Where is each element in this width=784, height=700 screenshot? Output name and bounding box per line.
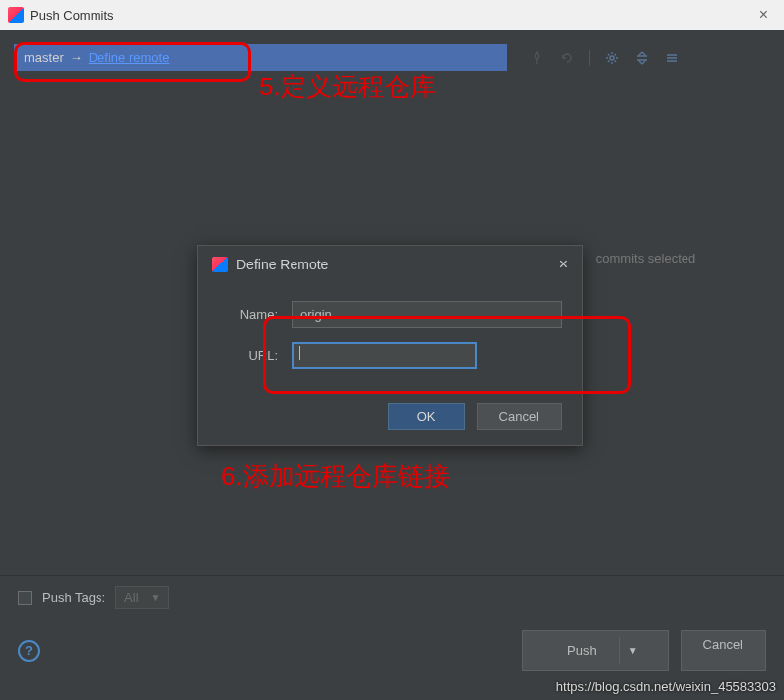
gear-icon[interactable] xyxy=(604,50,620,66)
push-tags-checkbox[interactable] xyxy=(18,591,32,605)
push-tags-value: All xyxy=(124,590,138,605)
collapse-icon[interactable] xyxy=(664,50,680,66)
toolbar-separator xyxy=(589,50,590,66)
close-icon[interactable]: × xyxy=(751,6,776,24)
empty-state-text: commits selected xyxy=(596,251,695,265)
expand-icon[interactable] xyxy=(634,50,650,66)
push-button[interactable]: Push ▼ xyxy=(522,630,669,671)
help-button[interactable]: ? xyxy=(18,640,40,662)
title-bar: Push Commits × xyxy=(0,0,784,30)
app-icon xyxy=(8,7,24,23)
dialog-title: Define Remote xyxy=(236,257,328,272)
dialog-cancel-button[interactable]: Cancel xyxy=(477,403,562,430)
define-remote-dialog: Define Remote × Name: URL: OK Cancel xyxy=(197,245,583,446)
chevron-down-icon: ▼ xyxy=(151,592,161,603)
name-label: Name: xyxy=(218,307,278,322)
close-icon[interactable]: × xyxy=(559,256,568,273)
arrow-icon: → xyxy=(70,50,83,65)
push-dropdown-icon[interactable]: ▼ xyxy=(620,637,646,664)
define-remote-link[interactable]: Define remote xyxy=(89,50,170,65)
branch-row[interactable]: master → Define remote xyxy=(14,44,507,71)
revert-icon[interactable] xyxy=(559,50,575,66)
push-tags-label: Push Tags: xyxy=(42,590,105,605)
details-toolbar xyxy=(521,44,770,72)
text-cursor xyxy=(299,346,300,360)
url-label: URL: xyxy=(218,348,278,363)
cancel-button[interactable]: Cancel xyxy=(681,630,766,671)
ok-button[interactable]: OK xyxy=(388,403,465,430)
dialog-title-bar: Define Remote × xyxy=(198,246,582,283)
app-icon xyxy=(212,257,228,272)
svg-point-0 xyxy=(610,56,614,60)
window-title: Push Commits xyxy=(30,8,114,23)
watermark: https://blog.csdn.net/weixin_45583303 xyxy=(556,679,776,694)
push-button-label: Push xyxy=(545,637,620,664)
pin-icon[interactable] xyxy=(529,50,545,66)
push-tags-select[interactable]: All ▼ xyxy=(115,586,169,609)
url-input[interactable] xyxy=(292,342,477,369)
local-branch-label: master xyxy=(24,50,64,65)
name-input[interactable] xyxy=(292,301,562,328)
push-tags-bar: Push Tags: All ▼ xyxy=(0,575,784,618)
